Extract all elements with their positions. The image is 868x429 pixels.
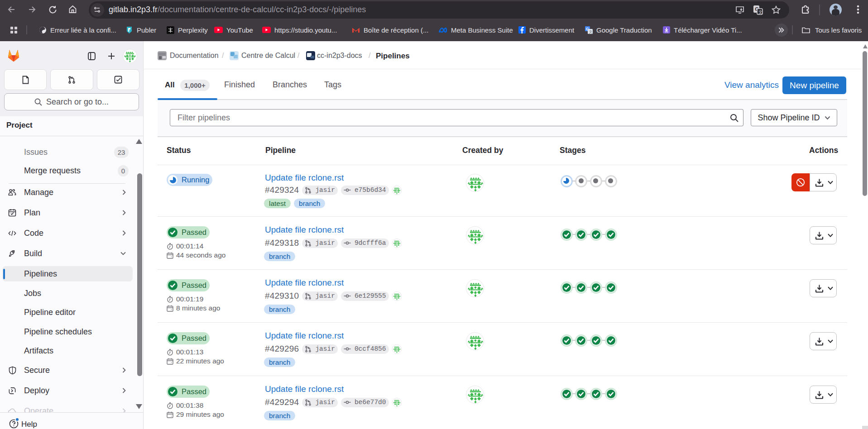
svg-text:文: 文 [589,30,593,34]
svg-text:文: 文 [758,10,763,14]
